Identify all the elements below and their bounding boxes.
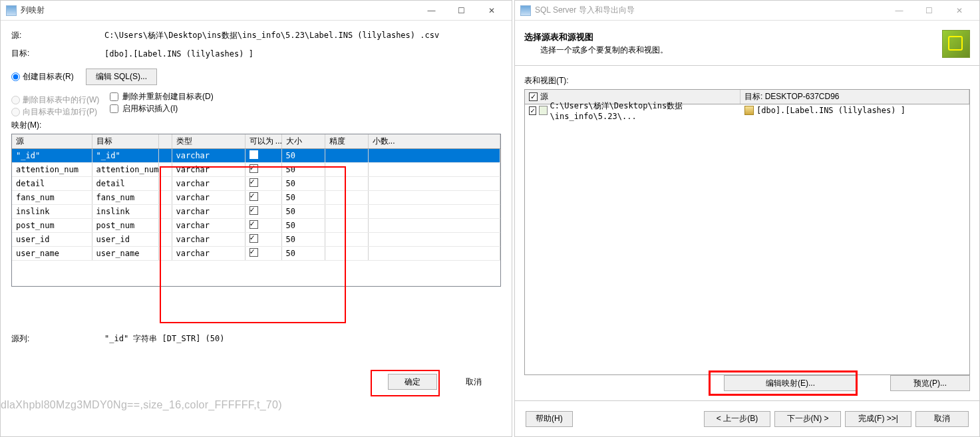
mapping-row[interactable]: user_nameuser_namevarchar50 [12,247,500,261]
close-button[interactable]: ✕ [476,1,506,20]
maximize-button[interactable]: ☐ [914,1,944,20]
mapping-row[interactable]: fans_numfans_numvarchar50 [12,191,500,205]
ok-button[interactable]: 确定 [388,374,437,390]
table-row[interactable]: C:\Users\杨洋\Desktop\ins数据\ins_info\5.23\… [525,104,969,116]
wizard-footer: 帮助(H) < 上一步(B) 下一步(N) > 完成(F) >>| 取消 [515,400,979,436]
wizard-icon [942,30,970,58]
window-title: SQL Server 导入和导出向导 [535,5,884,16]
edit-mapping-button[interactable]: 编辑映射(E)... [724,375,857,391]
source-col-value: "_id" 字符串 [DT_STR] (50) [104,333,225,345]
col-nullable[interactable]: 可以为 ... [245,134,281,149]
mapping-row[interactable]: post_numpost_numvarchar50 [12,219,500,233]
mapping-row[interactable]: detaildetailvarchar50 [12,177,500,191]
wizard-title: 选择源表和源视图 [524,31,668,43]
mapping-row[interactable]: inslinkinslinkvarchar50 [12,205,500,219]
watermark-text: dlaXhpbl80Mzg3MDY0Ng==,size_16,color_FFF… [1,399,282,411]
app-icon [520,5,531,16]
radio-delete-label: 删除目标表中的行(W) [23,94,99,106]
cancel-button[interactable]: 取消 [915,411,969,427]
row-source: C:\Users\杨洋\Desktop\ins数据\ins_info\5.23\… [550,100,736,121]
maximize-button[interactable]: ☐ [446,1,476,20]
row-checkbox[interactable] [529,106,536,115]
grid-header-dest[interactable]: 目标: DESKTOP-637CD96 [740,90,969,104]
source-col-label: 源列: [11,333,104,345]
tables-views-label: 表和视图(T): [524,75,970,86]
titlebar-left: 列映射 — ☐ ✕ [1,1,512,21]
target-value: [dbo].[Label.INS (lilylashes) ] [104,49,253,59]
col-dest[interactable]: 目标 [92,134,158,149]
app-icon [6,5,17,16]
col-source[interactable]: 源 [12,134,92,149]
col-scale[interactable]: 小数... [368,134,500,149]
preview-button[interactable]: 预览(P)... [890,375,970,391]
mapping-row[interactable]: user_iduser_idvarchar50 [12,233,500,247]
grid-header-dest-label: 目标: DESKTOP-637CD96 [744,91,840,102]
col-type[interactable]: 类型 [172,134,245,149]
radio-delete-rows [11,96,20,104]
back-button[interactable]: < 上一步(B) [704,411,770,427]
chk-identity-label: 启用标识插入(I) [122,103,178,114]
chk-drop-label: 删除并重新创建目标表(D) [122,91,214,102]
edit-sql-button[interactable]: 编辑 SQL(S)... [86,69,157,85]
chk-drop-recreate[interactable] [110,92,118,101]
minimize-button[interactable]: — [884,1,914,20]
finish-button[interactable]: 完成(F) >>| [845,411,911,427]
chk-identity-insert[interactable] [110,104,118,113]
column-mapping-dialog: 列映射 — ☐ ✕ 源: C:\Users\杨洋\Desktop\ins数据\i… [0,0,512,437]
table-icon [744,106,754,115]
import-export-wizard: SQL Server 导入和导出向导 — ☐ ✕ 选择源表和源视图 选择一个或多… [514,0,980,437]
source-value: C:\Users\杨洋\Desktop\ins数据\ins_info\5.23\… [104,30,439,41]
col-precision[interactable]: 精度 [325,134,368,149]
mapping-label: 映射(M): [11,120,501,131]
window-title: 列映射 [21,5,416,16]
target-label: 目标: [11,48,104,59]
col-size[interactable]: 大小 [281,134,325,149]
minimize-button[interactable]: — [416,1,446,20]
wizard-subtitle: 选择一个或多个要复制的表和视图。 [540,45,668,56]
help-button[interactable]: 帮助(H) [526,411,573,427]
wizard-header: 选择源表和源视图 选择一个或多个要复制的表和视图。 [515,21,979,66]
next-button[interactable]: 下一步(N) > [774,411,841,427]
mapping-row[interactable]: attention_numattention_numvarchar50 [12,163,500,177]
row-dest: [dbo].[Label.INS (lilylashes) ] [756,106,905,115]
radio-append-label: 向目标表中追加行(P) [23,106,97,118]
titlebar-right: SQL Server 导入和导出向导 — ☐ ✕ [515,1,979,21]
mapping-grid[interactable]: 源 目标 类型 可以为 ... 大小 精度 小数... "_id""_id"va… [11,134,501,287]
file-icon [539,106,547,115]
radio-create-table[interactable] [11,73,20,81]
close-button[interactable]: ✕ [944,1,974,20]
source-label: 源: [11,30,104,41]
col-gap [158,134,172,149]
mapping-row[interactable]: "_id""_id"varchar50 [12,149,500,163]
tables-views-grid[interactable]: 源 目标: DESKTOP-637CD96 C:\Users\杨洋\Deskto… [524,89,970,375]
radio-create-label: 创建目标表(R) [23,71,74,82]
cancel-button[interactable]: 取消 [449,374,498,390]
radio-append [11,108,20,116]
